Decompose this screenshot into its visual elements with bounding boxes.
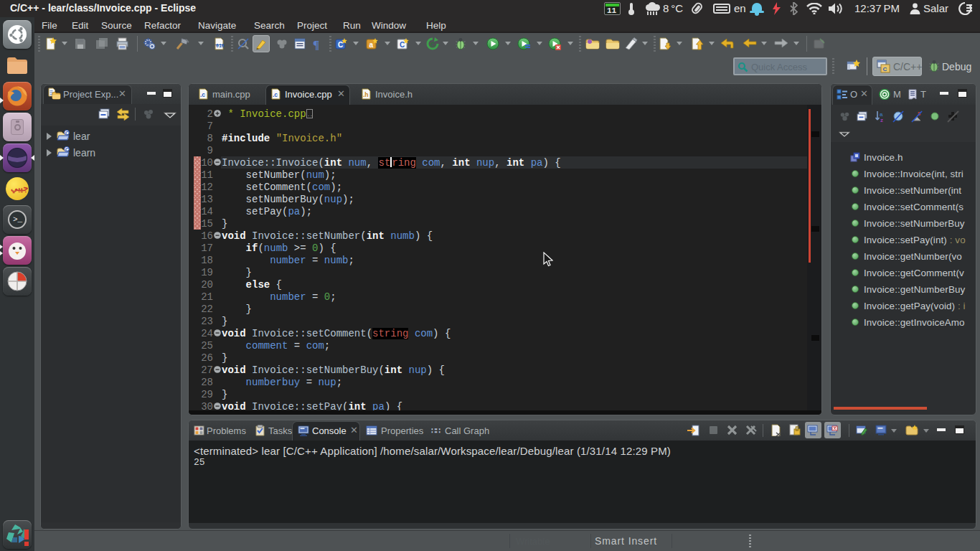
svg-text:C: C bbox=[430, 41, 435, 48]
svg-text:z: z bbox=[880, 117, 883, 123]
svg-text:C: C bbox=[65, 131, 69, 136]
svg-text:.c: .c bbox=[273, 91, 278, 98]
svg-text:.h: .h bbox=[363, 91, 369, 98]
svg-text:.c: .c bbox=[200, 91, 205, 98]
svg-text:C: C bbox=[400, 41, 405, 49]
svg-text:∷∷: ∷∷ bbox=[431, 426, 440, 435]
svg-text:C: C bbox=[883, 66, 887, 72]
svg-text:C: C bbox=[338, 41, 343, 49]
svg-text:¶: ¶ bbox=[313, 38, 319, 51]
svg-text:a: a bbox=[369, 41, 374, 49]
svg-text:C: C bbox=[65, 147, 69, 152]
